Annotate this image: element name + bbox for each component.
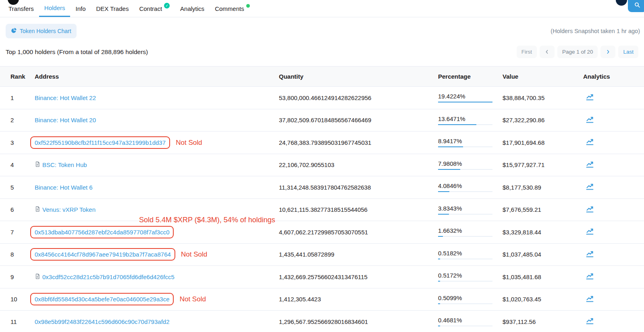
percentage-cell: 1.6632% (437, 221, 502, 244)
quantity-cell: 24,768,383.793895031967745031 (278, 132, 437, 154)
address-link[interactable]: 0xf522f55190b8cfb2f11f15cc947a321999b1dd… (35, 139, 166, 146)
token-holders-chart-button[interactable]: Token Holders Chart (6, 24, 77, 38)
analytics-chart-icon[interactable] (586, 317, 594, 325)
percentage-bar-fill (438, 236, 443, 237)
tab-label: Holders (44, 4, 65, 11)
percentage-value: 19.4224% (438, 93, 492, 100)
pagination-next-button[interactable] (600, 46, 615, 58)
summary-row: Top 1,000 holders (From a total of 288,8… (0, 38, 644, 66)
tab-comments[interactable]: Comments (210, 0, 255, 17)
pagination-last-button[interactable]: Last (618, 46, 638, 58)
not-sold-annotation: Not Sold (181, 251, 207, 258)
percentage-bar-track (438, 326, 492, 326)
analytics-chart-icon[interactable] (586, 160, 594, 169)
tab-analytics[interactable]: Analytics (175, 0, 210, 17)
analytics-cell (582, 243, 644, 266)
column-header-value: Value (502, 67, 582, 87)
toolbar-row: Token Holders Chart (Holders Snapshot ta… (0, 17, 644, 38)
value-cell: $1,037,485.04 (502, 243, 582, 266)
analytics-chart-icon[interactable] (586, 205, 594, 213)
tab-info[interactable]: Info (70, 0, 91, 17)
table-row: 9 0x3cdf52cc28d21c5b7b91d7065fd6dfe6d426… (0, 266, 644, 288)
column-header-quantity: Quantity (278, 67, 437, 87)
pagination-page-label: Page 1 of 20 (557, 46, 598, 58)
address-link[interactable]: 0x98e5b99f2483f22641c596d606c90c70d793af… (35, 318, 169, 325)
tab-dex-trades[interactable]: DEX Trades (91, 0, 134, 17)
rank-cell: 4 (0, 154, 32, 176)
pagination: First Page 1 of 20 Last (517, 46, 638, 58)
search-icon (634, 2, 640, 9)
quantity-cell: 11,314,248.583917804762582638 (278, 176, 437, 199)
quantity-cell: 22,106,702.9055103 (278, 154, 437, 176)
address-link[interactable]: 0x8bf6fd55845d30c4a5befe7e0ac046005e29a3… (35, 296, 169, 303)
address-link[interactable]: 0x8456cc4164cf78d967aee79419b2ba7f7aca87… (35, 251, 171, 258)
percentage-bar-fill (438, 259, 440, 259)
quantity-cell: 1,296,567.952566928016834601 (278, 311, 437, 332)
percentage-bar-track (438, 214, 492, 215)
tab-holders[interactable]: Holders (39, 0, 71, 17)
percentage-cell: 0.5099% (437, 288, 502, 311)
table-row: 6 Venus: vXRP Token 10,621,115.382773185… (0, 198, 644, 221)
table-header-row: Rank Address Quantity Percentage Value A… (0, 67, 644, 87)
tab-contract[interactable]: Contract✓ (134, 0, 175, 17)
contract-icon (35, 161, 40, 168)
rank-cell: 8 (0, 243, 32, 266)
verified-check-icon: ✓ (164, 3, 170, 8)
percentage-bar-track (438, 303, 492, 304)
address-link[interactable]: 0x513dbab407756d287ebf2c4da8597708f7af3c… (35, 229, 169, 236)
pie-chart-icon (11, 27, 17, 35)
theme-toggle-partial[interactable] (616, 0, 627, 6)
percentage-value: 7.9808% (438, 160, 492, 167)
address-link[interactable]: BSC: Token Hub (42, 161, 87, 168)
not-sold-annotation: Not Sold (176, 139, 202, 146)
address-link[interactable]: Venus: vXRP Token (42, 206, 96, 213)
quantity-cell: 1,412,305.4423 (278, 288, 437, 311)
analytics-chart-icon[interactable] (586, 115, 594, 124)
analytics-chart-icon[interactable] (586, 138, 594, 146)
pagination-first-button[interactable]: First (517, 46, 537, 58)
address-cell: 0x98e5b99f2483f22641c596d606c90c70d793af… (32, 311, 278, 332)
analytics-chart-icon[interactable] (586, 227, 594, 236)
analytics-cell (582, 311, 644, 332)
tab-label: Info (75, 5, 85, 12)
percentage-bar-track (438, 124, 492, 125)
analytics-chart-icon[interactable] (586, 93, 594, 101)
address-cell: Binance: Hot Wallet 20 (32, 109, 278, 132)
percentage-cell: 19.4224% (437, 87, 502, 109)
percentage-bar-track (438, 259, 492, 259)
percentage-bar-track (438, 191, 492, 192)
tab-list: TransfersHoldersInfoDEX TradesContract✓A… (3, 0, 255, 17)
analytics-chart-icon[interactable] (586, 250, 594, 258)
rank-cell: 5 (0, 176, 32, 199)
percentage-bar-track (438, 169, 492, 170)
search-button[interactable] (628, 0, 644, 12)
address-cell: BSC: Token Hub (32, 154, 278, 176)
tab-bar: TransfersHoldersInfoDEX TradesContract✓A… (0, 0, 644, 17)
table-row: 8 0x8456cc4164cf78d967aee79419b2ba7f7aca… (0, 243, 644, 266)
address-wrap: Binance: Hot Wallet 20 (35, 117, 96, 123)
percentage-bar-fill (438, 169, 460, 170)
address-link[interactable]: Binance: Hot Wallet 22 (35, 94, 96, 101)
analytics-chart-icon[interactable] (586, 182, 594, 191)
address-wrap: 0x8456cc4164cf78d967aee79419b2ba7f7aca87… (30, 248, 175, 261)
tab-label: DEX Trades (96, 5, 129, 12)
address-link[interactable]: Binance: Hot Wallet 20 (35, 117, 96, 123)
table-row: 7 Sold 5.4M $XRP ($4.3M), 54% of holding… (0, 221, 644, 244)
analytics-chart-icon[interactable] (586, 272, 594, 280)
percentage-bar-fill (438, 326, 440, 326)
percentage-cell: 7.9808% (437, 154, 502, 176)
analytics-chart-icon[interactable] (586, 294, 594, 303)
pagination-prev-button[interactable] (540, 46, 555, 58)
quantity-cell: 1,432,669.257566024313476115 (278, 266, 437, 288)
contract-icon (35, 274, 40, 280)
percentage-bar-fill (438, 303, 440, 304)
quantity-cell: 37,802,509.670184856567466469 (278, 109, 437, 132)
address-link[interactable]: 0x3cdf52cc28d21c5b7b91d7065fd6dfe6d426fc… (42, 274, 175, 280)
analytics-cell (582, 198, 644, 221)
address-link[interactable]: Binance: Hot Wallet 6 (35, 184, 93, 191)
contract-icon (35, 206, 40, 213)
rank-cell: 6 (0, 198, 32, 221)
analytics-cell (582, 266, 644, 288)
address-cell: Binance: Hot Wallet 22 (32, 87, 278, 109)
address-cell: 0x8bf6fd55845d30c4a5befe7e0ac046005e29a3… (32, 288, 278, 311)
